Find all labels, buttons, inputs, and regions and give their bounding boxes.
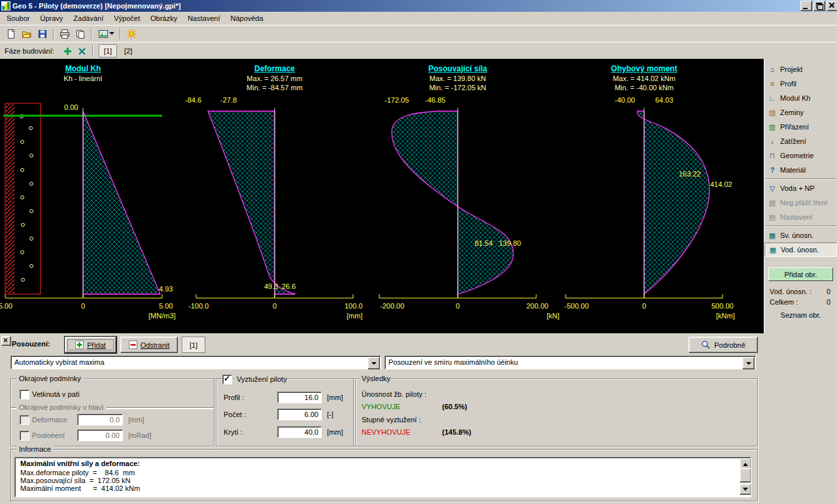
count-label: Počet : (224, 411, 246, 418)
sidebar-item-geometrie[interactable]: ⊓ Geometrie (764, 148, 837, 163)
maxima-select[interactable]: Automaticky vybírat maxima (10, 356, 381, 369)
panel-close-button[interactable] (1, 336, 11, 346)
scroll-down-button[interactable] (740, 484, 751, 495)
menu-upravy[interactable]: Úpravy (35, 12, 68, 24)
chart-modul-kh-subtitle: Kh - lineární (63, 75, 102, 82)
remove-assessment-button[interactable]: Odstranit (120, 337, 178, 353)
panel-title: Posouzení: (12, 340, 50, 348)
sidebar-item-zeminy[interactable]: ▨ Zeminy (764, 105, 837, 120)
add-phase-button[interactable] (61, 44, 75, 58)
value-label: 26.6 (282, 282, 296, 290)
assessment-tab-1[interactable]: [1] (182, 337, 205, 353)
value-label: 81.54 (475, 239, 493, 247)
chart-moment-min: Min. = -40.00 kNm (615, 84, 674, 92)
analysis-sun-icon (126, 29, 137, 39)
reinforcement-ratio-status: NEVYHOVUJE (362, 428, 411, 436)
menu-obrazky[interactable]: Obrázky (145, 12, 182, 24)
print-button[interactable] (57, 27, 73, 41)
phase-tab-2[interactable]: [2] (120, 45, 137, 57)
profile-unit: [mm] (327, 394, 343, 401)
info-line: Max.deformace piloty = 84.6 mm (20, 469, 135, 477)
neg-friction-icon: ▧ (768, 199, 777, 207)
dropdown-arrow-icon (109, 32, 114, 37)
phase-separator (92, 45, 94, 57)
sidebar-separator (766, 226, 836, 227)
value-label: -84.6 (185, 96, 201, 104)
profile-field[interactable]: 16.0 (277, 392, 322, 403)
remove-phase-button[interactable] (75, 44, 90, 58)
image-list-label: Seznam obr. (764, 311, 837, 319)
deformace-diagram (208, 111, 296, 294)
menu-napoveda[interactable]: Nápověda (225, 12, 268, 24)
rotation-checkbox (20, 431, 29, 441)
menu-vypocet[interactable]: Výpočet (109, 12, 145, 24)
menu-zadavani[interactable]: Zadávání (68, 12, 109, 24)
phase-bar: Fáze budování: [1] [2] (0, 42, 837, 59)
close-x-icon (2, 337, 9, 344)
combo-dropdown-button[interactable] (367, 357, 380, 369)
direction-select[interactable]: Posouzení ve smìru maximálního úèinku (384, 356, 756, 369)
minimize-button[interactable] (800, 1, 812, 11)
toolbar-separator (91, 28, 92, 40)
value-label: 0.00 (64, 103, 78, 111)
value-label: 414.02 (710, 180, 732, 188)
sidebar-item-modul-kh[interactable]: ∟ Modul Kh (764, 91, 837, 105)
value-label: -27.8 (220, 96, 237, 104)
sidebar-item-projekt[interactable]: ⌂ Projekt (764, 62, 837, 76)
scroll-thumb[interactable] (740, 468, 751, 482)
sidebar-item-voda-np[interactable]: ▽ Voda + NP (764, 181, 837, 195)
delete-x-icon (77, 46, 87, 56)
info-scrollbar[interactable] (740, 458, 750, 495)
value-label: -40.00 (615, 96, 635, 104)
open-file-icon (22, 29, 32, 39)
phase-bar-label: Fáze budování: (5, 47, 54, 55)
sidebar-item-prirazeni[interactable]: ▥ Přiřazení (764, 120, 837, 134)
run-analysis-button[interactable] (124, 27, 139, 41)
modul-kh-diagram (83, 111, 160, 294)
material-icon: ? (768, 166, 777, 174)
sidebar-item-material[interactable]: ? Materiál (764, 163, 837, 177)
window-title: Geo 5 - Piloty (demoverze) [Nepojmenovan… (12, 2, 799, 10)
head-boundary-group-title: Okrajové podmínky v hlavì (16, 403, 107, 412)
image-counter-vod-unosn: Vod. únosn. : 0 (764, 286, 837, 297)
sidebar-item-sv-unosn[interactable]: ▦ Sv. únosn. (764, 228, 837, 243)
plus-icon (75, 341, 84, 349)
add-image-button[interactable]: Přidat obr. (768, 267, 833, 281)
axis-label: 200.00 (526, 302, 549, 310)
value-label: 139.80 (499, 239, 521, 247)
info-group-title: Informace (16, 445, 54, 454)
add-assessment-button[interactable]: Přidat (65, 337, 116, 353)
rotation-label: Pootoèení (32, 431, 65, 439)
restore-button[interactable] (813, 1, 825, 11)
chart-shear-min: Min. = -172.05 kN (429, 84, 486, 92)
menu-nastaveni[interactable]: Nastavení (182, 12, 226, 24)
phase-tab-1[interactable]: [1] (99, 44, 117, 58)
sidebar-item-profil[interactable]: ≡ Profil (764, 76, 837, 91)
diagram-drawing (0, 59, 764, 333)
axis-label: 100.0 (345, 302, 363, 310)
save-button[interactable] (35, 27, 50, 41)
sidebar-item-zatizeni[interactable]: ↓ Zatížení (764, 134, 837, 148)
copy-button[interactable] (73, 27, 88, 41)
menu-soubor[interactable]: Soubor (1, 12, 35, 24)
capacity-status: VYHOVUJE (362, 403, 400, 411)
sidebar-item-vod-unosn[interactable]: ▦ Vod. únosn. (764, 243, 837, 257)
close-button[interactable] (827, 1, 837, 11)
value-axes (5, 294, 723, 298)
combo-dropdown-button[interactable] (742, 357, 755, 369)
reinforcement-checkbox[interactable] (222, 375, 232, 384)
open-file-button[interactable] (19, 27, 35, 41)
count-field[interactable]: 6.00 (277, 409, 322, 420)
cover-field[interactable]: 40.0 (277, 426, 322, 438)
fixed-in-base-checkbox[interactable] (20, 390, 29, 399)
new-file-button[interactable] (3, 27, 19, 41)
picture-icon (98, 29, 109, 39)
pile-axis-lines (83, 108, 644, 298)
info-line: Maximální vnitřní síly a deformace: (20, 460, 140, 467)
info-textarea: Maximální vnitřní síly a deformace: Max.… (14, 457, 751, 497)
details-button[interactable]: Podrobně (689, 337, 758, 353)
value-label: 49.3 (264, 282, 278, 290)
drawing-canvas[interactable]: Modul Kh Kh - lineární 0.00 4.93 -5.00 0… (0, 59, 764, 333)
picture-list-button[interactable] (95, 27, 117, 41)
fixed-in-base-label: Vetknutá v patì (32, 390, 80, 398)
